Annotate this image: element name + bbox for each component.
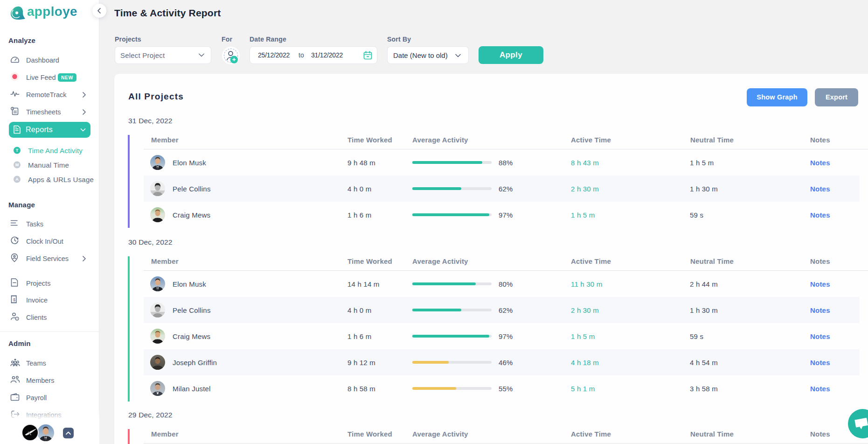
svg-text:$: $ <box>13 297 15 302</box>
